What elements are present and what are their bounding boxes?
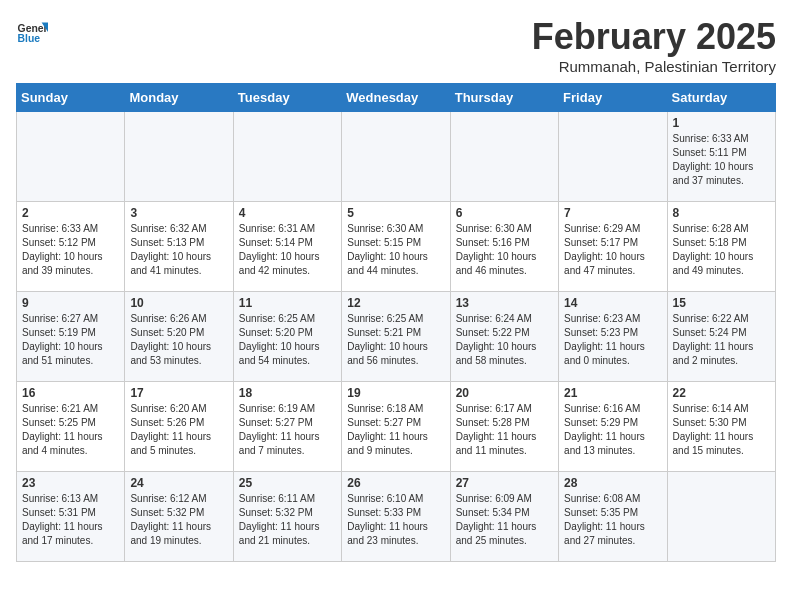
- day-info: Sunrise: 6:31 AM Sunset: 5:14 PM Dayligh…: [239, 222, 336, 278]
- calendar-header: SundayMondayTuesdayWednesdayThursdayFrid…: [17, 84, 776, 112]
- day-number: 13: [456, 296, 553, 310]
- calendar-cell: 12Sunrise: 6:25 AM Sunset: 5:21 PM Dayli…: [342, 292, 450, 382]
- calendar-cell: 1Sunrise: 6:33 AM Sunset: 5:11 PM Daylig…: [667, 112, 775, 202]
- calendar-cell: [667, 472, 775, 562]
- day-info: Sunrise: 6:10 AM Sunset: 5:33 PM Dayligh…: [347, 492, 444, 548]
- day-info: Sunrise: 6:32 AM Sunset: 5:13 PM Dayligh…: [130, 222, 227, 278]
- calendar-cell: 20Sunrise: 6:17 AM Sunset: 5:28 PM Dayli…: [450, 382, 558, 472]
- day-info: Sunrise: 6:19 AM Sunset: 5:27 PM Dayligh…: [239, 402, 336, 458]
- day-number: 8: [673, 206, 770, 220]
- day-number: 18: [239, 386, 336, 400]
- day-number: 7: [564, 206, 661, 220]
- day-number: 24: [130, 476, 227, 490]
- week-row-5: 23Sunrise: 6:13 AM Sunset: 5:31 PM Dayli…: [17, 472, 776, 562]
- calendar-cell: [125, 112, 233, 202]
- day-info: Sunrise: 6:30 AM Sunset: 5:15 PM Dayligh…: [347, 222, 444, 278]
- calendar-cell: 14Sunrise: 6:23 AM Sunset: 5:23 PM Dayli…: [559, 292, 667, 382]
- calendar-cell: 16Sunrise: 6:21 AM Sunset: 5:25 PM Dayli…: [17, 382, 125, 472]
- day-number: 2: [22, 206, 119, 220]
- day-header-wednesday: Wednesday: [342, 84, 450, 112]
- day-number: 17: [130, 386, 227, 400]
- calendar-cell: 19Sunrise: 6:18 AM Sunset: 5:27 PM Dayli…: [342, 382, 450, 472]
- calendar-cell: 26Sunrise: 6:10 AM Sunset: 5:33 PM Dayli…: [342, 472, 450, 562]
- page-header: General Blue February 2025 Rummanah, Pal…: [16, 16, 776, 75]
- day-info: Sunrise: 6:27 AM Sunset: 5:19 PM Dayligh…: [22, 312, 119, 368]
- day-info: Sunrise: 6:33 AM Sunset: 5:12 PM Dayligh…: [22, 222, 119, 278]
- calendar-cell: 23Sunrise: 6:13 AM Sunset: 5:31 PM Dayli…: [17, 472, 125, 562]
- day-info: Sunrise: 6:18 AM Sunset: 5:27 PM Dayligh…: [347, 402, 444, 458]
- day-number: 9: [22, 296, 119, 310]
- day-number: 12: [347, 296, 444, 310]
- day-header-row: SundayMondayTuesdayWednesdayThursdayFrid…: [17, 84, 776, 112]
- week-row-2: 2Sunrise: 6:33 AM Sunset: 5:12 PM Daylig…: [17, 202, 776, 292]
- title-block: February 2025 Rummanah, Palestinian Terr…: [532, 16, 776, 75]
- calendar-table: SundayMondayTuesdayWednesdayThursdayFrid…: [16, 83, 776, 562]
- day-info: Sunrise: 6:11 AM Sunset: 5:32 PM Dayligh…: [239, 492, 336, 548]
- calendar-cell: 3Sunrise: 6:32 AM Sunset: 5:13 PM Daylig…: [125, 202, 233, 292]
- day-number: 20: [456, 386, 553, 400]
- day-info: Sunrise: 6:13 AM Sunset: 5:31 PM Dayligh…: [22, 492, 119, 548]
- calendar-cell: 17Sunrise: 6:20 AM Sunset: 5:26 PM Dayli…: [125, 382, 233, 472]
- day-info: Sunrise: 6:08 AM Sunset: 5:35 PM Dayligh…: [564, 492, 661, 548]
- day-number: 28: [564, 476, 661, 490]
- day-number: 6: [456, 206, 553, 220]
- day-info: Sunrise: 6:16 AM Sunset: 5:29 PM Dayligh…: [564, 402, 661, 458]
- calendar-cell: 10Sunrise: 6:26 AM Sunset: 5:20 PM Dayli…: [125, 292, 233, 382]
- day-header-friday: Friday: [559, 84, 667, 112]
- day-info: Sunrise: 6:14 AM Sunset: 5:30 PM Dayligh…: [673, 402, 770, 458]
- day-header-sunday: Sunday: [17, 84, 125, 112]
- week-row-1: 1Sunrise: 6:33 AM Sunset: 5:11 PM Daylig…: [17, 112, 776, 202]
- calendar-cell: 2Sunrise: 6:33 AM Sunset: 5:12 PM Daylig…: [17, 202, 125, 292]
- svg-text:Blue: Blue: [18, 33, 41, 44]
- week-row-3: 9Sunrise: 6:27 AM Sunset: 5:19 PM Daylig…: [17, 292, 776, 382]
- calendar-cell: [450, 112, 558, 202]
- calendar-cell: 15Sunrise: 6:22 AM Sunset: 5:24 PM Dayli…: [667, 292, 775, 382]
- day-number: 4: [239, 206, 336, 220]
- logo-icon: General Blue: [16, 16, 48, 48]
- calendar-cell: 13Sunrise: 6:24 AM Sunset: 5:22 PM Dayli…: [450, 292, 558, 382]
- calendar-cell: 21Sunrise: 6:16 AM Sunset: 5:29 PM Dayli…: [559, 382, 667, 472]
- day-info: Sunrise: 6:28 AM Sunset: 5:18 PM Dayligh…: [673, 222, 770, 278]
- calendar-cell: 27Sunrise: 6:09 AM Sunset: 5:34 PM Dayli…: [450, 472, 558, 562]
- day-number: 1: [673, 116, 770, 130]
- calendar-body: 1Sunrise: 6:33 AM Sunset: 5:11 PM Daylig…: [17, 112, 776, 562]
- calendar-cell: 28Sunrise: 6:08 AM Sunset: 5:35 PM Dayli…: [559, 472, 667, 562]
- day-info: Sunrise: 6:23 AM Sunset: 5:23 PM Dayligh…: [564, 312, 661, 368]
- day-number: 22: [673, 386, 770, 400]
- calendar-cell: 25Sunrise: 6:11 AM Sunset: 5:32 PM Dayli…: [233, 472, 341, 562]
- calendar-cell: 5Sunrise: 6:30 AM Sunset: 5:15 PM Daylig…: [342, 202, 450, 292]
- day-header-saturday: Saturday: [667, 84, 775, 112]
- day-number: 21: [564, 386, 661, 400]
- calendar-cell: 24Sunrise: 6:12 AM Sunset: 5:32 PM Dayli…: [125, 472, 233, 562]
- calendar-cell: [342, 112, 450, 202]
- calendar-cell: [233, 112, 341, 202]
- day-info: Sunrise: 6:26 AM Sunset: 5:20 PM Dayligh…: [130, 312, 227, 368]
- logo: General Blue: [16, 16, 48, 48]
- day-number: 15: [673, 296, 770, 310]
- day-info: Sunrise: 6:12 AM Sunset: 5:32 PM Dayligh…: [130, 492, 227, 548]
- location-subtitle: Rummanah, Palestinian Territory: [532, 58, 776, 75]
- calendar-cell: 6Sunrise: 6:30 AM Sunset: 5:16 PM Daylig…: [450, 202, 558, 292]
- calendar-cell: 18Sunrise: 6:19 AM Sunset: 5:27 PM Dayli…: [233, 382, 341, 472]
- calendar-cell: [17, 112, 125, 202]
- day-number: 23: [22, 476, 119, 490]
- day-number: 27: [456, 476, 553, 490]
- day-number: 5: [347, 206, 444, 220]
- day-header-tuesday: Tuesday: [233, 84, 341, 112]
- calendar-cell: [559, 112, 667, 202]
- day-info: Sunrise: 6:20 AM Sunset: 5:26 PM Dayligh…: [130, 402, 227, 458]
- day-number: 19: [347, 386, 444, 400]
- calendar-cell: 8Sunrise: 6:28 AM Sunset: 5:18 PM Daylig…: [667, 202, 775, 292]
- day-info: Sunrise: 6:33 AM Sunset: 5:11 PM Dayligh…: [673, 132, 770, 188]
- day-header-monday: Monday: [125, 84, 233, 112]
- calendar-cell: 11Sunrise: 6:25 AM Sunset: 5:20 PM Dayli…: [233, 292, 341, 382]
- day-info: Sunrise: 6:22 AM Sunset: 5:24 PM Dayligh…: [673, 312, 770, 368]
- day-number: 14: [564, 296, 661, 310]
- day-info: Sunrise: 6:25 AM Sunset: 5:20 PM Dayligh…: [239, 312, 336, 368]
- day-info: Sunrise: 6:25 AM Sunset: 5:21 PM Dayligh…: [347, 312, 444, 368]
- week-row-4: 16Sunrise: 6:21 AM Sunset: 5:25 PM Dayli…: [17, 382, 776, 472]
- day-info: Sunrise: 6:17 AM Sunset: 5:28 PM Dayligh…: [456, 402, 553, 458]
- day-number: 10: [130, 296, 227, 310]
- day-header-thursday: Thursday: [450, 84, 558, 112]
- day-number: 11: [239, 296, 336, 310]
